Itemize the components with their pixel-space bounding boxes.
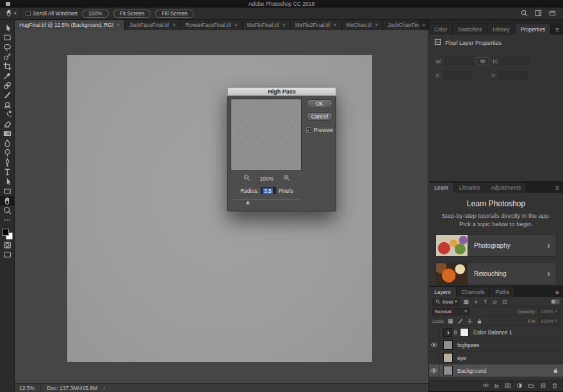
gradient-tool[interactable] [0,129,14,138]
tab-close-icon[interactable]: × [375,22,378,28]
slider-track[interactable] [233,199,300,200]
zoom-in-icon[interactable] [283,174,290,183]
document-tab[interactable]: MeChair.tif× [342,20,384,30]
scroll-all-windows-checkbox[interactable]: Scroll All Windows [26,10,78,17]
tab-close-icon[interactable]: × [282,22,286,28]
document-tab[interactable]: MeFloFinal.tif× [243,20,291,30]
tab-overflow-icon[interactable]: » [419,20,428,30]
marquee-tool[interactable] [0,33,14,42]
radius-slider[interactable] [231,199,303,205]
layer-name[interactable]: highpass [457,342,479,348]
tab-color[interactable]: Color [429,24,453,35]
document-tab[interactable]: MeFlo2Final.tif× [291,20,342,30]
add-layer-mask-button[interactable] [504,382,511,390]
filter-adjustment-icon[interactable]: ◑ [472,298,480,305]
move-tool[interactable] [0,23,14,33]
pen-tool[interactable] [0,158,14,167]
layer-thumbnail[interactable] [443,340,453,350]
layer-visibility-toggle[interactable] [429,326,439,338]
tab-close-icon[interactable]: × [333,22,336,28]
dialog-title[interactable]: High Pass [227,87,336,96]
shape-tool[interactable] [0,186,14,196]
filter-pixel-icon[interactable]: ▦ [462,298,470,305]
layer-visibility-toggle[interactable] [429,352,439,364]
layer-name[interactable]: eye [457,355,466,361]
filter-smart-object-icon[interactable]: ⊡ [501,298,509,305]
tab-history[interactable]: History [487,24,515,35]
fit-screen-button[interactable]: Fit Screen [113,10,151,18]
new-group-button[interactable] [528,382,535,390]
add-layer-style-button[interactable]: fx [494,383,499,389]
arrange-documents-icon[interactable] [549,8,556,19]
layer-thumbnail[interactable] [443,366,453,375]
tab-learn[interactable]: Learn [429,183,454,193]
lock-all-icon[interactable] [475,318,483,324]
radius-input[interactable]: 3.5 [261,187,276,194]
slider-thumb[interactable] [246,200,250,204]
panel-menu-icon[interactable]: ≡ [551,183,563,193]
fill-screen-button[interactable]: Fill Screen [155,10,193,18]
cancel-button[interactable]: Cancel [306,112,333,121]
layer-row-background[interactable]: Background [429,364,563,377]
preview-checkbox[interactable]: ✓ Preview [306,127,333,133]
layer-mask-thumbnail[interactable] [460,328,469,337]
lock-paint-icon[interactable] [456,318,464,324]
learn-card-retouching[interactable]: Retouching › [436,263,557,285]
layer-name[interactable]: Background [457,368,486,374]
blur-tool[interactable] [0,138,14,148]
lock-position-icon[interactable] [466,318,473,324]
quick-mask-button[interactable] [0,240,14,250]
search-icon[interactable] [521,8,528,19]
panel-menu-icon[interactable]: ≡ [551,24,563,35]
brush-tool[interactable] [0,90,14,100]
tab-properties[interactable]: Properties [516,24,551,35]
clone-stamp-tool[interactable] [0,100,14,110]
healing-tool[interactable] [0,81,14,90]
path-select-tool[interactable] [0,177,14,186]
layer-row-eye[interactable]: eye [429,352,563,364]
layer-visibility-toggle[interactable] [429,339,439,351]
opacity-dropdown[interactable]: 100% ▾ [538,308,560,315]
tab-paths[interactable]: Paths [490,287,515,297]
filter-shape-icon[interactable]: ▱ [491,298,499,305]
zoom-tool[interactable] [0,206,14,215]
delete-layer-button[interactable] [551,382,558,390]
lasso-tool[interactable] [0,42,14,52]
type-tool[interactable] [0,167,14,177]
layer-thumbnail[interactable] [443,353,453,363]
foreground-color-swatch[interactable] [2,229,9,236]
add-adjustment-layer-button[interactable] [516,382,523,390]
filter-type-icon[interactable]: T [482,298,489,305]
document-tab[interactable]: JackFaceFinal.tif× [125,20,181,30]
document-tab[interactable]: HugFinal.tif @ 12.5% (Background, RGB/8*… [15,20,125,30]
learn-card-photography[interactable]: Photography › [436,234,557,257]
tool-preset-dropdown[interactable]: ▾ [4,7,21,20]
status-menu-chevron-icon[interactable]: › [103,385,105,391]
fill-dropdown[interactable]: 100% ▾ [538,318,560,325]
tab-close-icon[interactable]: × [117,22,120,28]
tab-close-icon[interactable]: × [172,22,175,28]
zoom-100-button[interactable]: 100% [82,10,109,18]
ok-button[interactable]: OK [306,99,333,108]
workspace-switcher-icon[interactable] [535,8,542,19]
dodge-tool[interactable] [0,148,14,158]
crop-tool[interactable] [0,61,14,71]
document-tab[interactable]: RowanFaceFinal.tif× [181,20,243,30]
quick-select-tool[interactable] [0,52,14,61]
layer-visibility-toggle[interactable] [429,364,439,377]
status-zoom-field[interactable]: 12.5% [19,385,41,391]
eyedropper-tool[interactable] [0,71,14,81]
color-swatches[interactable] [1,228,13,240]
tab-swatches[interactable]: Swatches [453,24,487,35]
blend-mode-dropdown[interactable]: Normal ▾ [432,308,469,315]
tab-libraries[interactable]: Libraries [454,183,486,193]
layer-row-color-balance[interactable]: ◑ Color Balance 1 [429,326,563,339]
history-brush-tool[interactable] [0,110,14,119]
kind-filter-dropdown[interactable]: Kind ▾ [432,298,461,306]
tab-layers[interactable]: Layers [429,287,457,297]
tab-close-icon[interactable]: × [234,22,238,28]
tab-channels[interactable]: Channels [457,287,491,297]
filter-toggle[interactable] [551,299,560,304]
filter-preview-thumbnail[interactable] [231,99,302,171]
hand-tool[interactable] [0,196,14,206]
